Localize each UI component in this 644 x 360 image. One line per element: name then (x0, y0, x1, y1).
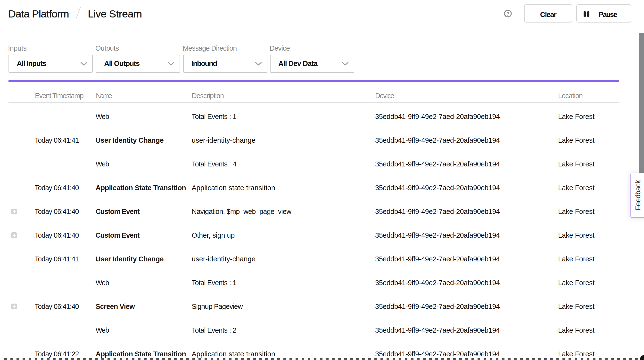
svg-text:?: ? (506, 11, 509, 17)
